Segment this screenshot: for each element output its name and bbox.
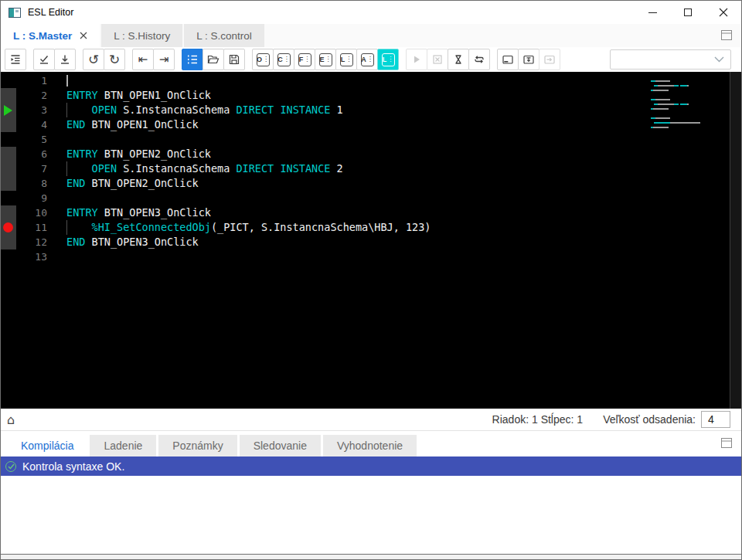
- object-combobox[interactable]: [610, 49, 731, 70]
- letter-a-icon: A⋮: [361, 53, 374, 66]
- panel-icon: [721, 30, 732, 40]
- code-line[interactable]: 6ENTRY BTN_OPEN2_OnClick: [1, 147, 741, 161]
- maximize-icon: [684, 8, 692, 16]
- line-number: 2: [16, 88, 47, 103]
- goto-block-start-button[interactable]: ⇤: [132, 49, 154, 70]
- window-bottom-edge: [1, 554, 741, 559]
- compile-message-row[interactable]: Kontrola syntaxe OK.: [1, 456, 741, 476]
- tab-kompilacia[interactable]: Kompilácia: [7, 435, 87, 456]
- code-line[interactable]: 3 OPEN S.InstancnaSchema DIRECT INSTANCE…: [1, 103, 741, 117]
- goto-block-end-button[interactable]: ⇥: [153, 49, 175, 70]
- breakpoint-gutter[interactable]: [1, 73, 16, 88]
- breakpoint-gutter[interactable]: [1, 161, 16, 176]
- tab-vyhodnotenie[interactable]: Vyhodnotenie: [323, 435, 417, 456]
- text-caret: [66, 75, 68, 87]
- tab-ladenie[interactable]: Ladenie: [90, 435, 156, 456]
- line-number: 6: [16, 147, 47, 161]
- tab-sledovanie[interactable]: Sledovanie: [240, 435, 321, 456]
- code-line[interactable]: 9: [1, 191, 741, 205]
- maximize-button[interactable]: [670, 1, 706, 24]
- breakpoint-gutter[interactable]: [1, 235, 16, 249]
- list-locals-button[interactable]: L⋮: [335, 49, 357, 70]
- document-tab-bar: L : S.Master L : S.History L : S.control: [1, 24, 741, 47]
- code-line[interactable]: 13: [1, 249, 741, 264]
- stop-button[interactable]: [427, 49, 448, 70]
- panel-layout-button[interactable]: [721, 438, 732, 448]
- hourglass-icon: [452, 53, 465, 66]
- code-text: %HI_SetConnectedObj(_PICT, S.InstancnaSc…: [47, 220, 431, 235]
- breakpoint-gutter[interactable]: [1, 117, 16, 132]
- list-constants-button[interactable]: C⋮: [273, 49, 294, 70]
- breakpoint-gutter[interactable]: [1, 147, 16, 161]
- floppy-icon: [228, 53, 240, 66]
- close-icon: [80, 32, 87, 39]
- line-numbers-toggle-button[interactable]: [182, 49, 203, 70]
- breakpoint-gutter[interactable]: [1, 88, 16, 103]
- list-objects-button[interactable]: O⋮: [252, 49, 274, 70]
- list-functions-button[interactable]: F⋮: [294, 49, 315, 70]
- tab-s-master[interactable]: L : S.Master: [1, 24, 100, 47]
- code-line[interactable]: 8END BTN_OPEN2_OnClick: [1, 176, 741, 191]
- arrow-to-end-icon: ⇥: [159, 54, 169, 66]
- list-active-button[interactable]: L⋮: [377, 49, 399, 70]
- insert-window-button[interactable]: [518, 49, 539, 70]
- code-line[interactable]: 1: [1, 73, 741, 88]
- editor-scrollbar[interactable]: [730, 72, 741, 409]
- export-button[interactable]: [539, 49, 560, 70]
- app-icon: [9, 8, 21, 18]
- code-line[interactable]: 11 %HI_SetConnectedObj(_PICT, S.Instancn…: [1, 220, 741, 235]
- indent-size-input[interactable]: [701, 411, 730, 428]
- tab-s-control[interactable]: L : S.control: [184, 24, 264, 47]
- tab-s-history[interactable]: L : S.History: [101, 24, 182, 47]
- home-icon[interactable]: ⌂: [7, 412, 15, 427]
- list-events-button[interactable]: E⋮: [315, 49, 336, 70]
- minimap[interactable]: [651, 74, 728, 134]
- code-editor[interactable]: 12ENTRY BTN_OPEN1_OnClick3 OPEN S.Instan…: [1, 72, 741, 409]
- format-source-button[interactable]: [5, 49, 26, 70]
- undo-button[interactable]: ↺: [83, 49, 104, 70]
- bottom-tab-bar: Kompilácia Ladenie Poznámky Sledovanie V…: [1, 431, 741, 456]
- breakpoint-gutter[interactable]: [1, 103, 16, 117]
- code-text: ENTRY BTN_OPEN2_OnClick: [47, 147, 211, 161]
- breakpoint-gutter[interactable]: [1, 220, 16, 235]
- numbered-list-icon: [186, 53, 199, 66]
- tab-close-button[interactable]: [80, 32, 87, 39]
- code-text: END BTN_OPEN3_OnClick: [47, 235, 199, 249]
- breakpoint-gutter[interactable]: [1, 205, 16, 220]
- breakpoint-gutter[interactable]: [1, 249, 16, 264]
- code-text: END BTN_OPEN2_OnClick: [47, 176, 199, 191]
- window-export-icon: [543, 53, 556, 66]
- breakpoint-gutter[interactable]: [1, 176, 16, 191]
- code-line[interactable]: 12END BTN_OPEN3_OnClick: [1, 235, 741, 249]
- format-source-icon: [9, 53, 22, 66]
- wait-button[interactable]: [448, 49, 469, 70]
- open-file-button[interactable]: [203, 49, 224, 70]
- code-line[interactable]: 10ENTRY BTN_OPEN3_OnClick: [1, 205, 741, 220]
- letter-l-active-icon: L⋮: [382, 53, 395, 66]
- apply-down-icon: [59, 53, 71, 66]
- code-line[interactable]: 7 OPEN S.InstancnaSchema DIRECT INSTANCE…: [1, 161, 741, 176]
- code-line[interactable]: 4END BTN_OPEN1_OnClick: [1, 117, 741, 132]
- apply-code-button[interactable]: [54, 49, 76, 70]
- indent-size-label: Veľkosť odsadenia:: [603, 413, 696, 426]
- show-output-panel-button[interactable]: [497, 49, 519, 70]
- breakpoint-gutter[interactable]: [1, 132, 16, 147]
- code-text: END BTN_OPEN1_OnClick: [47, 117, 199, 132]
- close-button[interactable]: [706, 1, 741, 24]
- list-actions-button[interactable]: A⋮: [356, 49, 378, 70]
- letter-e-icon: E⋮: [319, 53, 332, 66]
- redo-button[interactable]: ↻: [104, 49, 125, 70]
- minimize-button[interactable]: [635, 1, 670, 24]
- tab-poznamky[interactable]: Poznámky: [158, 435, 237, 456]
- save-version-button[interactable]: [223, 49, 245, 70]
- code-line[interactable]: 5: [1, 132, 741, 147]
- breakpoint-gutter[interactable]: [1, 191, 16, 205]
- panel-layout-button[interactable]: [721, 30, 732, 40]
- syntax-check-button[interactable]: [33, 49, 55, 70]
- loop-button[interactable]: [468, 49, 490, 70]
- arrow-to-start-icon: ⇤: [138, 54, 148, 66]
- code-line[interactable]: 2ENTRY BTN_OPEN1_OnClick: [1, 88, 741, 103]
- run-button[interactable]: [406, 49, 427, 70]
- line-number: 13: [16, 249, 47, 264]
- esl-editor-window: ESL Editor L : S.Master L : S.History L …: [0, 0, 742, 560]
